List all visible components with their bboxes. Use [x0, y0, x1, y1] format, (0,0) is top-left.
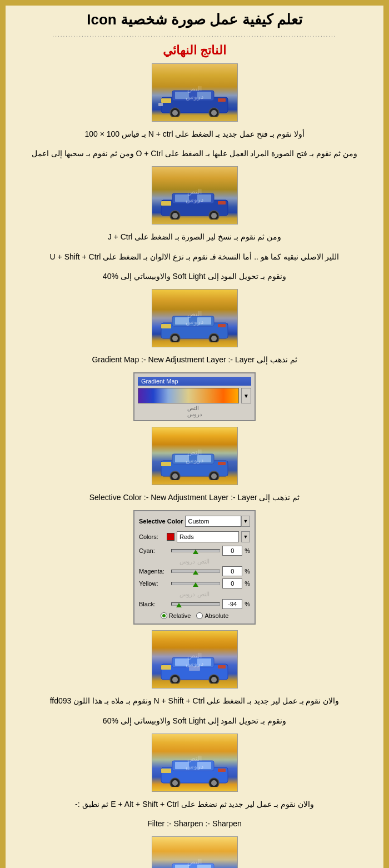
black-label: Black: [139, 601, 169, 607]
car-image-3: التصدروس [152, 289, 238, 347]
svg-rect-51 [189, 666, 200, 671]
svg-point-16 [172, 213, 178, 218]
colors-dropdown[interactable]: Reds [177, 531, 239, 542]
svg-rect-19 [161, 201, 171, 206]
step2-text: ومن ثم نقوم بـ نسخ لير الصورة بـ الضغط ع… [17, 230, 372, 244]
page-title: تعلم كيفية عمل صورة شخصية Icon [14, 11, 375, 28]
svg-point-26 [172, 336, 178, 341]
svg-point-7 [211, 110, 217, 116]
svg-rect-29 [161, 324, 171, 328]
black-row: Black: -94 % [139, 599, 250, 609]
gradient-dropdown-btn[interactable]: ▼ [241, 388, 251, 403]
svg-rect-9 [218, 98, 226, 102]
car-image-6-container: التصدروس [14, 734, 375, 792]
svg-point-46 [172, 677, 178, 682]
svg-rect-40 [218, 462, 226, 465]
colors-label: Colors: [139, 533, 164, 540]
car-image-5-container: التصدروس [14, 630, 375, 689]
yellow-label: Yellow: [139, 580, 169, 587]
black-slider-thumb[interactable] [176, 603, 182, 607]
svg-rect-14 [197, 194, 211, 202]
car-image-5: التصدروس [152, 630, 238, 689]
sc-preset-dropdown-btn[interactable]: ▼ [241, 516, 250, 527]
magenta-label: Magenta: [139, 568, 169, 575]
relative-label: Relative [169, 612, 191, 619]
sc-preset-dropdown[interactable]: Custom [185, 516, 241, 527]
car-image-4: التصدروس [152, 427, 238, 485]
step5b-text: ونقوم بـ تحويل المود إلى Soft Light والا… [17, 714, 372, 728]
magenta-input[interactable]: 0 [222, 566, 242, 576]
svg-point-36 [172, 473, 178, 479]
cyan-slider-track[interactable] [171, 549, 220, 552]
car-image-4-container: التصدروس [14, 427, 375, 485]
divider: ........................................… [14, 32, 375, 38]
svg-rect-24 [197, 317, 211, 325]
cyan-input[interactable]: 0 [222, 546, 242, 556]
step3-text: ثم نذهب إلى Gradient Map :- New Adjustme… [17, 353, 372, 367]
car-image-2: التصدروس [152, 166, 238, 225]
svg-rect-20 [218, 201, 226, 204]
yellow-slider-track[interactable] [171, 582, 220, 585]
svg-rect-8 [161, 98, 171, 103]
gradient-bar-row: ▼ [138, 388, 251, 403]
step4-text: ثم نذهب إلى Selective Color :- New Adjus… [17, 491, 372, 505]
cyan-percent: % [245, 547, 250, 554]
black-slider-track[interactable] [171, 602, 220, 606]
cyan-slider-thumb[interactable] [193, 550, 198, 554]
svg-rect-44 [197, 659, 211, 666]
magenta-row: Magenta: 0 % [139, 566, 250, 576]
step5-text: والان نقوم بـ عمل لير جديد بـ الضغط على … [17, 694, 372, 708]
svg-point-5 [172, 110, 178, 116]
yellow-percent: % [245, 580, 250, 587]
svg-rect-64 [175, 865, 189, 868]
sc-panel-label: Selective Color [139, 518, 183, 525]
relative-radio[interactable]: Relative [161, 612, 191, 619]
svg-point-48 [211, 677, 217, 682]
final-result-title: الناتج النهائي [14, 43, 375, 58]
svg-rect-50 [218, 665, 226, 669]
svg-rect-10 [158, 103, 163, 106]
svg-rect-2 [175, 92, 189, 99]
car-image-7-container: التصدروس [14, 836, 375, 868]
step1-text: أولا نقوم بـ فتح عمل جديد بـ الضغط على N… [17, 127, 372, 141]
step1b-text: ومن ثم نقوم بـ فتح الصورة المراد العمل ع… [17, 147, 372, 161]
step2c-text: ونقوم بـ تحويل المود إلى Soft Light والا… [17, 270, 372, 283]
black-percent: % [245, 601, 250, 607]
cyan-row: Cyan: 0 % [139, 546, 250, 556]
absolute-radio-circle[interactable] [196, 612, 203, 619]
gradient-map-panel: Gradient Map ▼ التصدروس [133, 372, 256, 421]
colors-dropdown-btn[interactable]: ▼ [241, 531, 250, 542]
radio-row: Relative Absolute [139, 612, 250, 619]
gradient-bar[interactable] [138, 388, 239, 403]
absolute-radio[interactable]: Absolute [196, 612, 228, 619]
svg-rect-54 [175, 762, 189, 769]
svg-point-18 [211, 213, 217, 218]
step6-text: والان نقوم بـ عمل لير جديد ثم نضغط على E… [17, 797, 372, 811]
car-image-7: التصدروس [152, 836, 238, 868]
gradient-map-title: Gradient Map [138, 377, 251, 386]
yellow-row: Yellow: 0 % [139, 578, 250, 588]
magenta-slider-track[interactable] [171, 570, 220, 573]
magenta-slider-thumb[interactable] [193, 570, 198, 575]
svg-rect-34 [197, 455, 211, 462]
svg-rect-39 [161, 462, 171, 466]
step6b-text: Filter :- Sharpen :- Sharpen [17, 817, 372, 831]
svg-point-28 [211, 336, 217, 341]
relative-radio-circle[interactable] [161, 612, 167, 619]
svg-rect-3 [197, 92, 211, 99]
svg-rect-33 [175, 455, 189, 462]
svg-rect-61 [218, 769, 226, 772]
svg-rect-49 [161, 665, 171, 670]
cyan-label: Cyan: [139, 547, 169, 554]
svg-point-38 [211, 473, 217, 479]
step2b-text: اللير الاصلي نبقيه كما هو .. أما النسخة … [17, 250, 372, 264]
svg-rect-30 [218, 324, 226, 327]
magenta-percent: % [245, 568, 250, 575]
colors-swatch [167, 533, 174, 541]
absolute-label: Absolute [205, 612, 228, 619]
yellow-input[interactable]: 0 [222, 578, 242, 588]
yellow-slider-thumb[interactable] [193, 582, 198, 587]
black-input[interactable]: -94 [222, 599, 242, 609]
svg-point-59 [211, 780, 217, 786]
svg-rect-55 [197, 762, 211, 769]
